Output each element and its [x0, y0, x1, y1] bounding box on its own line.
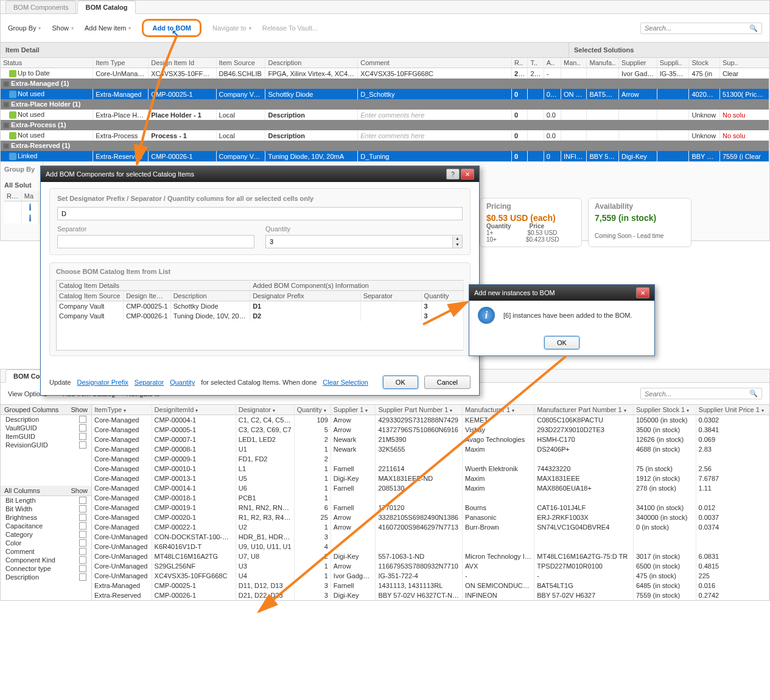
table-cell[interactable]: Arrow: [331, 561, 376, 571]
table-cell[interactable]: Extra-Reserved: [92, 590, 152, 600]
table-cell[interactable]: 4: [294, 542, 331, 551]
table-cell[interactable]: Schottky Diode: [265, 89, 358, 99]
table-cell[interactable]: CMP-00019-1: [152, 503, 236, 513]
table-cell[interactable]: U9, U10, U11, U1: [236, 542, 294, 551]
table-cell[interactable]: [534, 532, 634, 542]
table-cell[interactable]: 51300( Price ta: [719, 89, 769, 99]
search-input[interactable]: [645, 24, 749, 32]
column-header[interactable]: Item Type: [93, 58, 149, 68]
table-cell[interactable]: 40205506: [689, 89, 720, 99]
ma-col[interactable]: Ma: [21, 191, 38, 201]
table-cell[interactable]: 1: [294, 464, 331, 474]
help-button[interactable]: ?: [446, 169, 460, 180]
table-cell[interactable]: [634, 532, 696, 542]
table-cell[interactable]: PCB1: [236, 493, 294, 503]
table-cell[interactable]: Arrow: [331, 425, 376, 435]
table-cell[interactable]: 3: [294, 590, 331, 600]
table-cell[interactable]: 7.6787: [696, 474, 769, 483]
table-cell[interactable]: 0: [512, 110, 528, 120]
table-cell[interactable]: [634, 542, 696, 551]
column-header[interactable]: Designator Prefix: [250, 291, 361, 301]
table-cell[interactable]: D_Tuning: [358, 151, 512, 161]
table-cell[interactable]: [587, 130, 619, 141]
table-cell[interactable]: 340000 (in stock): [634, 513, 696, 522]
table-cell[interactable]: U2: [236, 522, 294, 532]
table-cell[interactable]: 0: [544, 151, 561, 161]
table-cell[interactable]: CMP-00025-1: [124, 301, 171, 312]
table-cell[interactable]: 225: [528, 68, 544, 79]
group-row[interactable]: ▣ Extra-Process (1): [1, 120, 769, 130]
spin-down[interactable]: ▼: [452, 242, 462, 248]
table-cell[interactable]: Bourns: [463, 503, 534, 513]
table-cell[interactable]: XC4VSX35-10FFG668C: [149, 68, 216, 79]
table-cell[interactable]: -: [544, 68, 561, 79]
table-cell[interactable]: Enter comments here: [358, 130, 512, 141]
table-cell[interactable]: Vishay: [463, 425, 534, 435]
table-cell[interactable]: U6: [236, 483, 294, 493]
table-cell[interactable]: 475 (in: [689, 68, 720, 79]
table-cell[interactable]: Arrow: [619, 89, 657, 99]
table-cell[interactable]: 1: [294, 571, 331, 581]
table-cell[interactable]: ON SEMICONDUCTOR: [463, 581, 534, 590]
column-header[interactable]: Designator ▾: [236, 405, 294, 415]
column-header[interactable]: Supplier 1 ▾: [331, 405, 376, 415]
table-cell[interactable]: Extra-Reserved: [93, 151, 149, 161]
table-cell[interactable]: 1: [294, 474, 331, 483]
cancel-button[interactable]: Cancel: [424, 376, 471, 389]
grouped-column-item[interactable]: RevisionGUID: [1, 441, 91, 449]
table-cell[interactable]: [331, 542, 376, 551]
table-cell[interactable]: 0.2742: [696, 590, 769, 600]
table-cell[interactable]: 7559 (i Clear: [719, 151, 769, 161]
table-cell[interactable]: SN74LVC1G04DBVRE4: [534, 522, 634, 532]
table-cell[interactable]: [657, 89, 689, 99]
table-cell[interactable]: 105000 (in stock): [634, 415, 696, 425]
table-cell[interactable]: 0: [512, 151, 528, 161]
add-to-bom-button[interactable]: Add to BOM ↖: [142, 19, 201, 37]
table-cell[interactable]: 0.01: [544, 89, 561, 99]
table-cell[interactable]: [587, 110, 619, 120]
table-cell[interactable]: 0.0: [544, 110, 561, 120]
group-row[interactable]: ▣ Extra-Place Holder (1): [1, 99, 769, 110]
table-cell[interactable]: 1.11: [696, 483, 769, 493]
table-cell[interactable]: 4688 (in stock): [634, 444, 696, 454]
column-header[interactable]: Manufa..: [587, 58, 619, 68]
all-column-item[interactable]: Connector type: [1, 564, 91, 573]
table-cell[interactable]: 278 (in stock): [634, 483, 696, 493]
table-cell[interactable]: 3: [294, 532, 331, 542]
table-cell[interactable]: Company Vault: [216, 151, 265, 161]
table-cell[interactable]: Arrow: [331, 513, 376, 522]
table-cell[interactable]: [528, 110, 544, 120]
grouped-column-item[interactable]: VaultGUID: [1, 424, 91, 432]
table-cell[interactable]: Core-Managed: [92, 503, 152, 513]
group-by-menu[interactable]: Group By▾: [8, 24, 41, 32]
table-cell[interactable]: BBY 57-02V H6327: [534, 590, 634, 600]
table-cell[interactable]: Schottky Diode: [170, 301, 250, 312]
table-cell[interactable]: U7, U8: [236, 551, 294, 561]
quantity-link[interactable]: Quantity: [170, 379, 195, 386]
table-cell[interactable]: [619, 110, 657, 120]
table-cell[interactable]: Company Vault: [216, 89, 265, 99]
table-cell[interactable]: [696, 542, 769, 551]
quantity-input[interactable]: [265, 235, 463, 248]
table-cell[interactable]: CMP-00026-1: [124, 311, 171, 321]
table-cell[interactable]: Enter comments here: [358, 110, 512, 120]
table-cell[interactable]: 1431113, 1431113RL: [376, 581, 463, 590]
table-cell[interactable]: Description: [265, 110, 358, 120]
column-header[interactable]: A..: [544, 58, 561, 68]
table-cell[interactable]: 1: [294, 444, 331, 454]
all-column-item[interactable]: Description: [1, 573, 91, 581]
table-cell[interactable]: 1770120: [376, 503, 463, 513]
table-cell[interactable]: Not used: [1, 89, 93, 99]
all-column-item[interactable]: Comment: [1, 547, 91, 556]
table-cell[interactable]: 0.3841: [696, 425, 769, 435]
column-header[interactable]: Manufacturer Part Number 1 ▾: [534, 405, 634, 415]
table-cell[interactable]: Description: [265, 130, 358, 141]
table-cell[interactable]: 2211614: [376, 464, 463, 474]
table-cell[interactable]: Core-Managed: [92, 454, 152, 464]
table-cell[interactable]: Arrow: [331, 415, 376, 425]
table-cell[interactable]: [331, 532, 376, 542]
search-box[interactable]: 🔍: [640, 23, 762, 34]
table-cell[interactable]: Arrow: [331, 522, 376, 532]
table-cell[interactable]: Core-UnManaged: [92, 542, 152, 551]
table-cell[interactable]: Unknow: [689, 110, 720, 120]
